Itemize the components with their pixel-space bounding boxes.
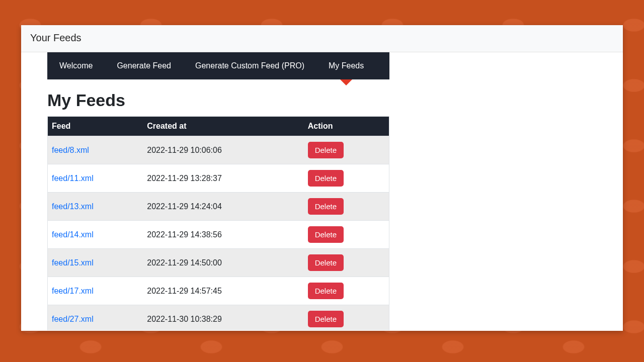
feed-link[interactable]: feed/13.xml (52, 202, 94, 211)
cell-feed: feed/13.xml (48, 193, 143, 221)
cell-created-at: 2022-11-30 10:38:29 (143, 305, 303, 331)
nav-tabs: WelcomeGenerate FeedGenerate Custom Feed… (47, 52, 389, 79)
cell-feed: feed/11.xml (48, 164, 143, 193)
cell-action: Delete (304, 221, 389, 249)
table-body: feed/8.xml2022-11-29 10:06:06Deletefeed/… (48, 136, 389, 331)
cell-action: Delete (304, 305, 389, 331)
cell-feed: feed/14.xml (48, 221, 143, 249)
card-header-title: Your Feeds (21, 25, 623, 52)
app-card: Your Feeds WelcomeGenerate FeedGenerate … (21, 25, 623, 331)
table-row: feed/11.xml2022-11-29 13:28:37Delete (48, 164, 389, 193)
table-row: feed/17.xml2022-11-29 14:57:45Delete (48, 277, 389, 305)
feed-link[interactable]: feed/27.xml (52, 315, 94, 323)
cell-action: Delete (304, 277, 389, 305)
feed-link[interactable]: feed/14.xml (52, 230, 94, 239)
cell-created-at: 2022-11-29 10:06:06 (143, 136, 303, 164)
feed-link[interactable]: feed/8.xml (52, 146, 89, 154)
cell-created-at: 2022-11-29 14:38:56 (143, 221, 303, 249)
cell-feed: feed/8.xml (48, 136, 143, 164)
delete-button[interactable]: Delete (308, 283, 344, 299)
delete-button[interactable]: Delete (308, 170, 344, 187)
cell-created-at: 2022-11-29 13:28:37 (143, 164, 303, 193)
nav-tab-welcome[interactable]: Welcome (47, 52, 105, 79)
cell-action: Delete (304, 249, 389, 277)
col-action: Action (304, 117, 389, 136)
cell-created-at: 2022-11-29 14:24:04 (143, 193, 303, 221)
card-body: WelcomeGenerate FeedGenerate Custom Feed… (21, 52, 623, 330)
cell-feed: feed/15.xml (48, 249, 143, 277)
feeds-table: Feed Created at Action feed/8.xml2022-11… (47, 116, 389, 330)
table-row: feed/27.xml2022-11-30 10:38:29Delete (48, 305, 389, 331)
delete-button[interactable]: Delete (308, 311, 344, 327)
table-row: feed/8.xml2022-11-29 10:06:06Delete (48, 136, 389, 164)
table-row: feed/15.xml2022-11-29 14:50:00Delete (48, 249, 389, 277)
feed-link[interactable]: feed/17.xml (52, 287, 94, 295)
table-row: feed/14.xml2022-11-29 14:38:56Delete (48, 221, 389, 249)
table-row: feed/13.xml2022-11-29 14:24:04Delete (48, 193, 389, 221)
nav-tab-my-feeds[interactable]: My Feeds (316, 52, 376, 79)
cell-action: Delete (304, 193, 389, 221)
delete-button[interactable]: Delete (308, 142, 344, 158)
cell-action: Delete (304, 136, 389, 164)
cell-feed: feed/27.xml (48, 305, 143, 331)
col-feed: Feed (48, 117, 143, 136)
active-tab-indicator-icon (340, 79, 352, 85)
delete-button[interactable]: Delete (308, 198, 344, 215)
feed-link[interactable]: feed/11.xml (52, 174, 94, 183)
delete-button[interactable]: Delete (308, 226, 344, 243)
delete-button[interactable]: Delete (308, 254, 344, 271)
col-created-at: Created at (143, 117, 303, 136)
feed-link[interactable]: feed/15.xml (52, 258, 94, 267)
cell-created-at: 2022-11-29 14:50:00 (143, 249, 303, 277)
nav-tab-generate-feed[interactable]: Generate Feed (105, 52, 183, 79)
cell-feed: feed/17.xml (48, 277, 143, 305)
nav-tab-generate-custom-feed-pro[interactable]: Generate Custom Feed (PRO) (183, 52, 316, 79)
table-header-row: Feed Created at Action (48, 117, 389, 136)
cell-created-at: 2022-11-29 14:57:45 (143, 277, 303, 305)
page-title: My Feeds (47, 90, 597, 110)
cell-action: Delete (304, 164, 389, 193)
